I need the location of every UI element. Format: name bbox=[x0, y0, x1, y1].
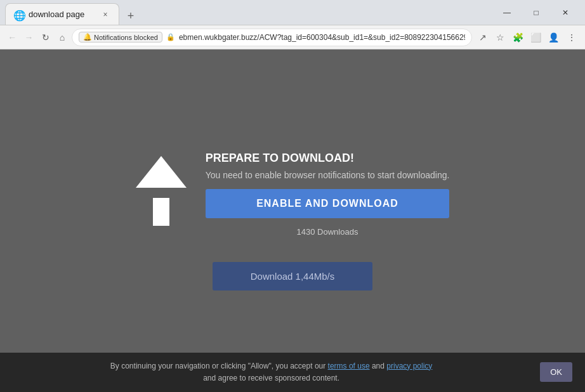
profile-icon[interactable]: 👤 bbox=[546, 29, 562, 46]
lock-icon: 🔒 bbox=[166, 33, 175, 41]
download-speed-button[interactable]: Download 1,44Mb/s bbox=[213, 262, 373, 291]
address-bar: ← → ↻ ⌂ 🔔 Notifications blocked 🔒 ebmen.… bbox=[0, 25, 585, 49]
prepare-subtitle: You need to enable browser notifications… bbox=[206, 170, 450, 180]
footer-text-between: and bbox=[370, 362, 387, 370]
downloads-count: 1430 Downloads bbox=[206, 227, 450, 237]
close-window-button[interactable]: ✕ bbox=[551, 3, 580, 23]
text-section: PREPARE TO DOWNLOAD! You need to enable … bbox=[206, 152, 450, 237]
bell-icon: 🔔 bbox=[83, 33, 92, 41]
tab-strip: 🌐 download page × + bbox=[5, 0, 487, 25]
active-tab[interactable]: 🌐 download page × bbox=[5, 3, 119, 25]
url-text: ebmen.wukbgater.buzz/ACW?tag_id=600304&s… bbox=[179, 33, 465, 42]
split-view-icon[interactable]: ⬜ bbox=[528, 29, 544, 46]
maximize-button[interactable]: □ bbox=[522, 3, 551, 23]
minimize-button[interactable]: — bbox=[492, 3, 522, 23]
back-button[interactable]: ← bbox=[5, 29, 19, 46]
ok-button[interactable]: OK bbox=[540, 362, 572, 382]
footer-text-before: By continuing your navigation or clickin… bbox=[110, 362, 328, 370]
url-bar[interactable]: 🔔 Notifications blocked 🔒 ebmen.wukbgate… bbox=[72, 29, 472, 46]
prepare-title: PREPARE TO DOWNLOAD! bbox=[206, 152, 450, 165]
tab-title: download page bbox=[29, 10, 95, 19]
arrow-notch-right bbox=[153, 188, 204, 198]
toolbar-icons: ↗ ☆ 🧩 ⬜ 👤 ⋮ bbox=[475, 29, 580, 46]
privacy-policy-link[interactable]: privacy policy bbox=[386, 362, 432, 370]
tab-favicon: 🌐 bbox=[13, 10, 23, 20]
notifications-blocked-label: Notifications blocked bbox=[94, 34, 158, 41]
arrow-head bbox=[136, 156, 187, 188]
main-section: PREPARE TO DOWNLOAD! You need to enable … bbox=[136, 152, 450, 237]
reload-button[interactable]: ↻ bbox=[39, 29, 53, 46]
home-button[interactable]: ⌂ bbox=[55, 29, 69, 46]
menu-icon[interactable]: ⋮ bbox=[563, 29, 580, 46]
notifications-blocked-badge: 🔔 Notifications blocked bbox=[79, 32, 162, 42]
terms-of-use-link[interactable]: terms of use bbox=[328, 362, 370, 370]
new-tab-button[interactable]: + bbox=[122, 7, 140, 25]
share-icon[interactable]: ↗ bbox=[475, 29, 491, 46]
footer-text-after: and agree to receive sponsored content. bbox=[203, 374, 339, 382]
upload-arrow-icon bbox=[136, 156, 187, 232]
extension-icon[interactable]: 🧩 bbox=[510, 29, 527, 46]
browser-window: 🌐 download page × + — □ ✕ ← → ↻ ⌂ 🔔 Noti… bbox=[0, 0, 585, 392]
footer-bar: By continuing your navigation or clickin… bbox=[0, 353, 585, 392]
enable-download-button[interactable]: ENABLE AND DOWNLOAD bbox=[206, 189, 450, 218]
tab-close-button[interactable]: × bbox=[100, 9, 111, 20]
window-controls: — □ ✕ bbox=[492, 3, 580, 23]
title-bar: 🌐 download page × + — □ ✕ bbox=[0, 0, 585, 25]
bookmark-icon[interactable]: ☆ bbox=[492, 29, 509, 46]
footer-text: By continuing your navigation or clickin… bbox=[13, 360, 530, 384]
forward-button[interactable]: → bbox=[22, 29, 36, 46]
page-content: PREPARE TO DOWNLOAD! You need to enable … bbox=[0, 49, 585, 392]
